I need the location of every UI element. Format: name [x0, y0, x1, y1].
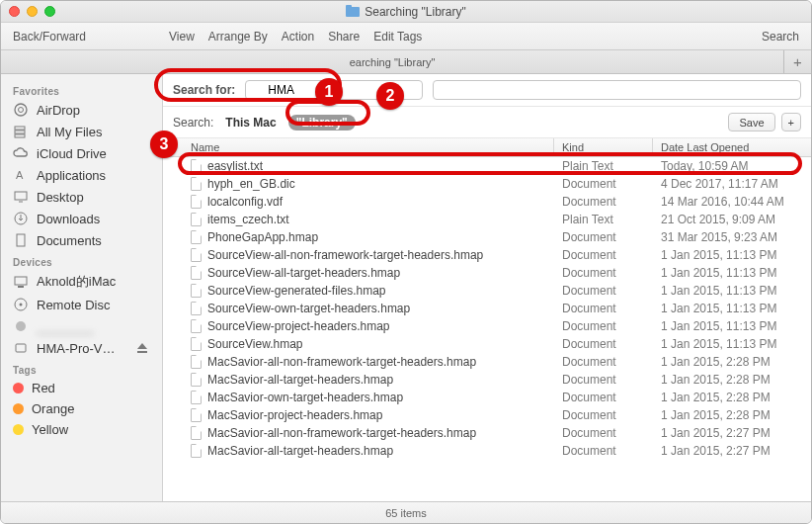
file-name: MacSavior-all-non-framework-target-heade…: [207, 426, 476, 440]
save-button[interactable]: Save: [728, 113, 774, 131]
file-date: 4 Dec 2017, 11:17 AM: [653, 177, 811, 191]
sidebar-item-label: Downloads: [37, 212, 100, 226]
svg-rect-3: [15, 131, 25, 133]
tab-current[interactable]: earching "Library": [1, 50, 783, 73]
sidebar-item-documents[interactable]: Documents: [1, 229, 162, 251]
file-row[interactable]: SourceView-all-non-framework-target-head…: [163, 246, 811, 264]
file-kind: Plain Text: [554, 213, 653, 226]
file-icon: [191, 230, 202, 244]
toolbar-action[interactable]: Action: [282, 30, 314, 44]
svg-text:A: A: [16, 169, 24, 181]
sidebar-item-allfiles[interactable]: All My Files: [1, 121, 162, 142]
results-list[interactable]: easylist.txt Plain Text Today, 10:59 AM …: [163, 157, 811, 501]
add-criteria-button[interactable]: +: [781, 113, 801, 131]
sidebar: Favorites AirDrop All My Files iCloud Dr…: [1, 74, 163, 501]
file-row[interactable]: localconfig.vdf Document 14 Mar 2016, 10…: [163, 193, 811, 211]
scope-this-mac[interactable]: This Mac: [225, 116, 276, 130]
file-date: 21 Oct 2015, 9:09 AM: [653, 213, 811, 226]
toolbar-arrange-by[interactable]: Arrange By: [208, 30, 268, 44]
file-name: SourceView.hmap: [207, 337, 303, 351]
tag-dot-icon: [13, 403, 24, 414]
file-kind: Document: [554, 284, 653, 298]
svg-rect-6: [15, 192, 27, 200]
file-row[interactable]: SourceView.hmap Document 1 Jan 2015, 11:…: [163, 335, 811, 353]
tag-dot-icon: [13, 383, 24, 393]
sidebar-tag-item[interactable]: Orange: [1, 398, 162, 419]
file-name: SourceView-all-target-headers.hmap: [207, 266, 400, 280]
file-icon: [191, 266, 202, 280]
sidebar-item-airdrop[interactable]: AirDrop: [1, 99, 162, 121]
sidebar-head-favorites: Favorites: [1, 80, 162, 99]
file-icon: [191, 248, 202, 262]
sidebar-item-downloads[interactable]: Downloads: [1, 208, 162, 229]
file-icon: [191, 355, 202, 369]
toolbar: Back/Forward View Arrange By Action Shar…: [1, 23, 811, 50]
file-row[interactable]: MacSavior-project-headers.hmap Document …: [163, 406, 811, 424]
eject-icon[interactable]: [134, 340, 150, 356]
tab-add-button[interactable]: +: [783, 50, 811, 73]
file-name: SourceView-all-non-framework-target-head…: [207, 248, 483, 262]
file-row[interactable]: SourceView-generated-files.hmap Document…: [163, 282, 811, 300]
documents-icon: [13, 232, 29, 248]
file-name: PhoneGapApp.hmap: [207, 230, 318, 244]
file-name: SourceView-project-headers.hmap: [207, 319, 390, 333]
file-icon: [191, 195, 202, 209]
file-row[interactable]: SourceView-project-headers.hmap Document…: [163, 317, 811, 335]
file-row[interactable]: MacSavior-all-non-framework-target-heade…: [163, 353, 811, 371]
file-name: MacSavior-all-target-headers.hmap: [207, 373, 393, 387]
file-date: 1 Jan 2015, 2:28 PM: [653, 391, 811, 404]
file-row[interactable]: PhoneGapApp.hmap Document 31 Mar 2015, 9…: [163, 228, 811, 246]
file-kind: Document: [554, 195, 653, 209]
search-filter-input[interactable]: [433, 80, 801, 100]
window-title: Searching "Library": [1, 5, 811, 19]
sidebar-tag-item[interactable]: Red: [1, 378, 162, 398]
file-row[interactable]: MacSavior-own-target-headers.hmap Docume…: [163, 389, 811, 406]
file-date: 1 Jan 2015, 11:13 PM: [653, 337, 811, 351]
icloud-icon: [13, 145, 29, 161]
item-count: 65 items: [385, 507, 427, 519]
annotation-badge-3: 3: [150, 131, 178, 158]
content: Search for: Search: This Mac "Library" S…: [163, 74, 811, 501]
file-kind: Document: [554, 373, 653, 387]
file-kind: Document: [554, 426, 653, 440]
file-icon: [191, 213, 202, 226]
file-kind: Document: [554, 391, 653, 404]
sidebar-item-device[interactable]: HMA-Pro-V…: [1, 337, 162, 359]
svg-rect-16: [137, 351, 147, 353]
disc-icon: [13, 297, 29, 312]
sidebar-item-device[interactable]: Remote Disc: [1, 294, 162, 315]
file-row[interactable]: SourceView-all-target-headers.hmap Docum…: [163, 264, 811, 282]
sidebar-item-apps[interactable]: A Applications: [1, 164, 162, 186]
file-row[interactable]: hyph_en_GB.dic Document 4 Dec 2017, 11:1…: [163, 175, 811, 193]
file-kind: Document: [554, 248, 653, 262]
file-row[interactable]: MacSavior-all-non-framework-target-heade…: [163, 424, 811, 442]
toolbar-view[interactable]: View: [169, 30, 195, 44]
sidebar-item-desktop[interactable]: Desktop: [1, 186, 162, 208]
sidebar-item-device[interactable]: ________: [1, 315, 162, 337]
tabbar: earching "Library" +: [1, 50, 811, 74]
file-date: 1 Jan 2015, 11:13 PM: [653, 284, 811, 298]
file-row[interactable]: MacSavior-all-target-headers.hmap Docume…: [163, 442, 811, 460]
toolbar-share[interactable]: Share: [328, 30, 360, 44]
file-kind: Document: [554, 319, 653, 333]
scope-bar: Search: This Mac "Library" Save +: [163, 107, 811, 138]
toolbar-search[interactable]: Search: [762, 30, 799, 44]
sidebar-item-label: Desktop: [37, 190, 84, 205]
toolbar-edit-tags[interactable]: Edit Tags: [373, 30, 422, 44]
tag-dot-icon: [13, 424, 24, 435]
sidebar-item-icloud[interactable]: iCloud Drive: [1, 142, 162, 164]
file-row[interactable]: MacSavior-all-target-headers.hmap Docume…: [163, 371, 811, 389]
computer-icon: [13, 274, 29, 290]
sidebar-tag-item[interactable]: Yellow: [1, 419, 162, 440]
sidebar-item-label: HMA-Pro-V…: [37, 341, 115, 356]
file-row[interactable]: SourceView-own-target-headers.hmap Docum…: [163, 300, 811, 317]
sidebar-item-device[interactable]: Aknold的iMac: [1, 270, 162, 294]
back-forward-buttons[interactable]: Back/Forward: [13, 30, 86, 44]
blur-icon: [13, 318, 29, 334]
sidebar-item-label: Yellow: [32, 422, 68, 437]
status-bar: 65 items: [1, 501, 811, 523]
svg-point-13: [20, 304, 23, 306]
file-row[interactable]: items_czech.txt Plain Text 21 Oct 2015, …: [163, 211, 811, 228]
file-icon: [191, 426, 202, 440]
file-name: hyph_en_GB.dic: [207, 177, 295, 191]
